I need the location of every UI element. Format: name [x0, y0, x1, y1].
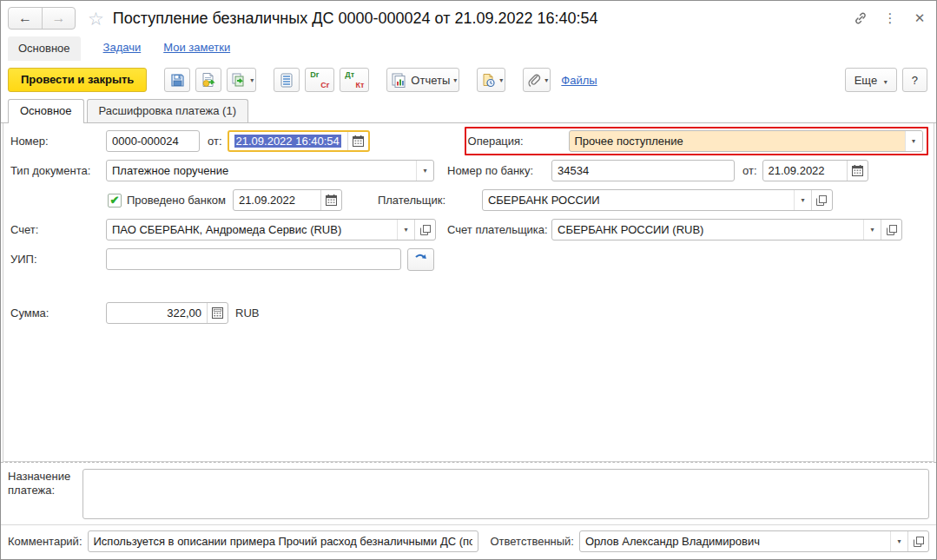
chevron-down-icon[interactable]: ▾	[905, 131, 922, 151]
bank-number-label: Номер по банку:	[447, 164, 551, 177]
curved-arrow-icon	[414, 254, 427, 266]
reports-icon	[391, 73, 406, 88]
payer-account-label: Счет плательщика:	[447, 223, 551, 236]
uip-input[interactable]	[106, 248, 401, 270]
chevron-down-icon[interactable]: ▾	[794, 190, 811, 210]
payment-purpose-section: Назначение платежа:	[1, 462, 936, 524]
amount-input[interactable]	[106, 302, 228, 324]
date-label: от:	[208, 135, 222, 148]
bottom-row: Комментарий: Ответственный: Орлов Алекса…	[1, 524, 936, 559]
comment-input-field[interactable]	[89, 531, 478, 551]
account-select[interactable]: ПАО СБЕРБАНК, Андромеда Сервис (RUB) ▾	[106, 219, 436, 240]
open-item-icon[interactable]	[881, 220, 901, 240]
tab-payment-breakdown[interactable]: Расшифровка платежа (1)	[87, 99, 248, 122]
close-icon[interactable]: ✕	[912, 10, 927, 26]
dr-cr-button[interactable]: Dr Cr	[305, 68, 334, 92]
nav-item-tasks[interactable]: Задачи	[103, 41, 142, 61]
kt-label: Кт	[355, 81, 364, 89]
open-item-icon[interactable]	[907, 531, 928, 551]
operation-annotation-box: Операция: Прочее поступление ▾	[465, 127, 928, 155]
title-bar: ← → ☆ Поступление безналичных ДС 0000-00…	[1, 1, 936, 33]
reports-button[interactable]: Отчеты ▾	[386, 68, 459, 92]
payer-account-select[interactable]: СБЕРБАНК РОССИИ (RUB) ▾	[551, 219, 902, 240]
nav-item-main[interactable]: Основное	[8, 36, 81, 61]
chevron-down-icon: ▾	[499, 76, 503, 84]
files-link[interactable]: Файлы	[561, 74, 597, 87]
responsible-select[interactable]: Орлов Александр Владимирович ▾	[579, 530, 929, 552]
bank-date-label: от:	[742, 164, 757, 177]
post-document-button[interactable]	[195, 68, 221, 92]
register-list-icon	[280, 73, 293, 88]
dt-label: Дт	[345, 70, 354, 79]
bank-date-input[interactable]: 21.09.2022	[762, 160, 868, 181]
currency-label: RUB	[235, 306, 259, 320]
uip-fill-button[interactable]	[407, 248, 434, 271]
chevron-down-icon: ▾	[250, 76, 254, 84]
bank-number-input[interactable]	[551, 160, 735, 181]
tab-strip: Основное Расшифровка платежа (1)	[1, 99, 936, 123]
date-input[interactable]: 21.09.2022 16:40:54	[228, 130, 370, 152]
document-window: ← → ☆ Поступление безналичных ДС 0000-00…	[0, 0, 937, 560]
account-value: ПАО СБЕРБАНК, Андромеда Сервис (RUB)	[107, 223, 397, 236]
post-and-close-button[interactable]: Провести и закрыть	[8, 68, 147, 92]
number-input[interactable]	[106, 130, 200, 152]
nav-row: Основное Задачи Мои заметки	[1, 33, 936, 61]
doc-type-select[interactable]: Платежное поручение ▾	[106, 160, 434, 181]
more-button[interactable]: Еще ▾	[845, 68, 897, 92]
post-document-icon	[201, 72, 216, 88]
register-records-button[interactable]	[274, 68, 300, 92]
history-buttons: ← →	[8, 7, 76, 30]
chevron-down-icon: ▾	[453, 76, 457, 84]
number-input-field[interactable]	[107, 131, 199, 151]
posted-by-bank-date-input[interactable]: 21.09.2022	[233, 189, 342, 211]
operation-label: Операция:	[468, 135, 569, 148]
save-button[interactable]	[164, 68, 190, 92]
create-based-on-icon	[231, 72, 247, 88]
chevron-down-icon: ▾	[544, 76, 548, 84]
bank-date-value: 21.09.2022	[763, 164, 847, 177]
titlebar-actions: ⋮ ✕	[853, 10, 927, 26]
purpose-textarea[interactable]	[82, 469, 929, 519]
purpose-label: Назначение платежа:	[8, 469, 82, 519]
link-icon[interactable]	[853, 10, 868, 26]
page-title: Поступление безналичных ДС 0000-000024 о…	[113, 10, 844, 28]
change-history-button[interactable]: ▾	[477, 68, 505, 92]
comment-input[interactable]	[88, 530, 478, 552]
more-menu-icon[interactable]: ⋮	[882, 10, 898, 26]
reports-label: Отчеты	[411, 74, 450, 87]
paperclip-icon	[527, 73, 541, 87]
payer-label: Плательщик:	[378, 194, 482, 207]
payer-select[interactable]: СБЕРБАНК РОССИИ ▾	[482, 189, 833, 211]
favorite-star-icon[interactable]: ☆	[88, 10, 104, 28]
amount-input-field[interactable]	[107, 303, 207, 323]
tab-main[interactable]: Основное	[8, 99, 84, 123]
open-item-icon[interactable]	[414, 220, 435, 240]
calendar-icon[interactable]	[347, 132, 368, 150]
chevron-down-icon[interactable]: ▾	[397, 220, 414, 240]
operation-value: Прочее поступление	[570, 135, 905, 148]
attachments-button[interactable]: ▾	[523, 68, 551, 92]
cr-label: Cr	[320, 81, 329, 89]
open-item-icon[interactable]	[811, 190, 832, 210]
operation-select[interactable]: Прочее поступление ▾	[569, 130, 923, 152]
calendar-icon[interactable]	[320, 190, 341, 210]
create-based-on-button[interactable]: ▾	[227, 68, 256, 92]
chevron-down-icon[interactable]: ▾	[890, 531, 907, 551]
account-label: Счет:	[10, 223, 106, 236]
calendar-icon[interactable]	[847, 161, 868, 181]
forward-button[interactable]: →	[42, 8, 75, 29]
help-button[interactable]: ?	[902, 68, 927, 92]
number-label: Номер:	[10, 135, 106, 148]
posted-by-bank-checkbox[interactable]: ✔	[108, 194, 122, 208]
chevron-down-icon: ▾	[884, 78, 888, 86]
calculator-icon[interactable]	[207, 303, 228, 323]
document-clock-icon	[481, 73, 496, 88]
bank-number-input-field[interactable]	[552, 161, 734, 181]
chevron-down-icon[interactable]: ▾	[863, 220, 881, 240]
back-button[interactable]: ←	[9, 8, 42, 29]
chevron-down-icon[interactable]: ▾	[416, 161, 433, 181]
nav-item-notes[interactable]: Мои заметки	[163, 41, 230, 61]
dt-kt-button[interactable]: Дт Кт	[340, 68, 369, 92]
form-panel: Номер: от: 21.09.2022 16:40:54 Операция:…	[3, 123, 934, 462]
uip-input-field[interactable]	[107, 249, 400, 269]
